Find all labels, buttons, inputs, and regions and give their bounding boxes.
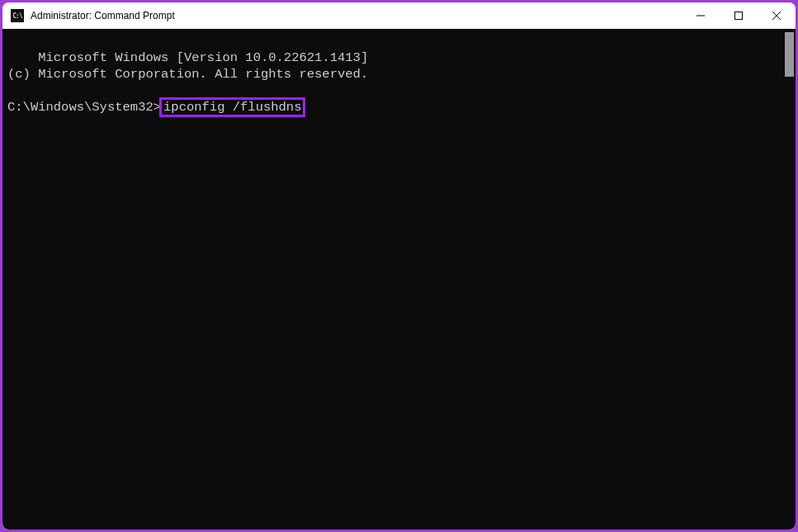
cmd-icon: C:\	[11, 9, 24, 22]
highlighted-command: ipconfig /flushdns	[159, 97, 305, 117]
command-prompt-window: C:\ Administrator: Command Prompt Mi	[2, 2, 796, 530]
maximize-button[interactable]	[720, 2, 758, 29]
copyright-line: (c) Microsoft Corporation. All rights re…	[7, 67, 368, 82]
minimize-icon	[696, 12, 705, 20]
close-button[interactable]	[758, 2, 796, 29]
close-icon	[772, 12, 781, 20]
svg-rect-1	[735, 12, 743, 20]
version-line: Microsoft Windows [Version 10.0.22621.14…	[38, 50, 368, 65]
prompt-path: C:\Windows\System32>	[7, 100, 161, 115]
maximize-icon	[734, 12, 743, 20]
terminal-output[interactable]: Microsoft Windows [Version 10.0.22621.14…	[2, 29, 796, 530]
minimize-button[interactable]	[682, 2, 720, 29]
window-controls	[682, 2, 796, 29]
titlebar[interactable]: C:\ Administrator: Command Prompt	[2, 2, 796, 29]
scrollbar-thumb[interactable]	[785, 32, 794, 77]
window-title: Administrator: Command Prompt	[31, 10, 682, 21]
